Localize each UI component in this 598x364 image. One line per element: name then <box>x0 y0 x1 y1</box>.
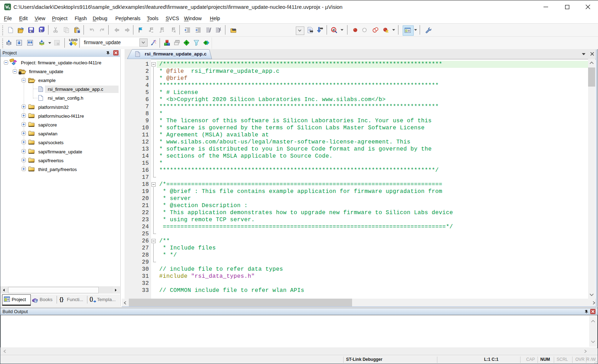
svg-text:?: ? <box>35 299 37 303</box>
svg-text:LOAD: LOAD <box>69 38 77 42</box>
svg-text:d: d <box>333 28 335 32</box>
svg-text:5: 5 <box>8 7 10 10</box>
